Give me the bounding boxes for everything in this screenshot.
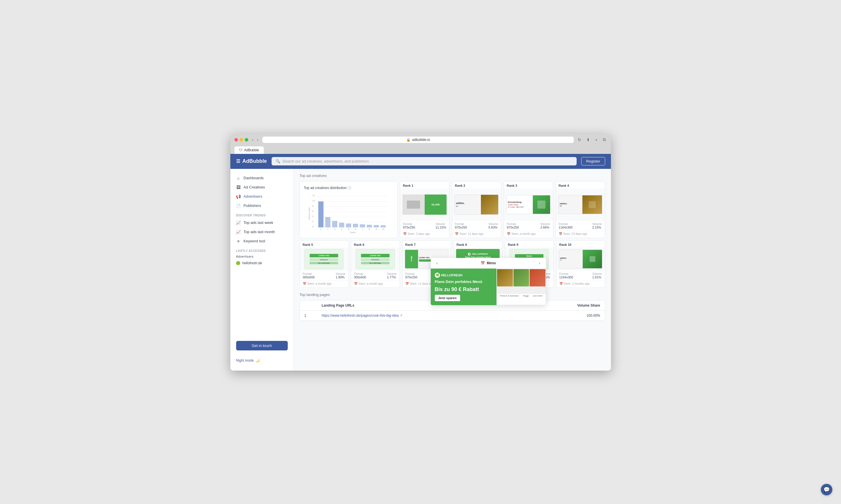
svg-rect-20 bbox=[353, 223, 358, 227]
ad-card-rank8[interactable]: Rank 8 🌿 HELLOFRESH Plane Dein perfektes… bbox=[454, 240, 503, 288]
calendar-icon: 📅 bbox=[559, 282, 563, 285]
sidebar-item-dashboards[interactable]: ⌂ Dashboards bbox=[230, 174, 294, 183]
seen-label: 📅 Seen: a month ago bbox=[504, 231, 553, 238]
calendar-icon: 📅 bbox=[455, 232, 458, 235]
list-icon: ≡ bbox=[236, 239, 241, 244]
search-placeholder: Search our ad creatives, advertisers, an… bbox=[283, 159, 369, 163]
traffic-light-green bbox=[245, 138, 248, 142]
main-content: Top ad creatives Top ad creatives distri… bbox=[294, 169, 611, 371]
moon-icon: 🌙 bbox=[256, 359, 260, 362]
rank-label: Rank 5 bbox=[300, 240, 348, 248]
popup-img-2 bbox=[513, 269, 529, 286]
calendar-icon: 📅 bbox=[303, 282, 306, 285]
info-icon[interactable]: ⓘ bbox=[348, 185, 351, 191]
rank-label: Rank 1 bbox=[400, 182, 449, 188]
svg-rect-15 bbox=[318, 201, 323, 227]
ad-meta: Format 300x600 Volume 1.77% bbox=[351, 271, 400, 281]
ad-image: Lecker neu entdecken Bis zu 90€ Rabatt bbox=[351, 248, 400, 271]
rank-label: Rank 2 bbox=[452, 182, 501, 188]
ad-meta: Format 970x250 Volume 5.83% bbox=[452, 221, 501, 231]
rank-label: Rank 7 bbox=[402, 240, 451, 248]
sidebar-item-publishers[interactable]: 📄 Publishers bbox=[230, 201, 294, 210]
svg-text:6: 6 bbox=[312, 210, 314, 212]
sidebar-item-advertisers[interactable]: 📢 Advertisers bbox=[230, 192, 294, 201]
traffic-light-yellow bbox=[240, 138, 243, 142]
sidebar-item-keyword-tool[interactable]: ≡ Keyword tool bbox=[230, 237, 294, 246]
popup-img-labels: Fleisch & Gemüse Veggi und mehr bbox=[497, 294, 545, 305]
seen-label: 📅 Seen: 2 months ago bbox=[557, 281, 605, 288]
popup-cta-button[interactable]: Jetzt sparen bbox=[435, 295, 460, 301]
reload-button[interactable]: ↻ bbox=[577, 137, 582, 143]
ad-image: zahlen. att bbox=[556, 188, 605, 221]
svg-rect-23 bbox=[374, 225, 379, 227]
svg-text:8: 8 bbox=[312, 204, 314, 207]
ad-card-rank2[interactable]: Rank 2 zahlen. att bbox=[452, 181, 501, 238]
ad-card-rank10[interactable]: Rank 10 zahlen. att bbox=[556, 240, 605, 288]
new-tab-button[interactable]: + bbox=[594, 137, 598, 143]
table-row: 1 https://www.hellofresh.de/pages/cook-t… bbox=[300, 311, 605, 321]
ad-card-rank1[interactable]: Rank 1 GLOW Format bbox=[400, 181, 450, 238]
svg-text:8: 8 bbox=[368, 228, 370, 231]
chat-bubble-button[interactable]: 💬 bbox=[821, 484, 833, 496]
landing-url-link[interactable]: https://www.hellofresh.de/pages/cook-thi… bbox=[322, 313, 554, 318]
sidebar-item-top-ads-week[interactable]: 📈 Top ads last week bbox=[230, 218, 294, 227]
get-in-touch-button[interactable]: Get in touch bbox=[236, 341, 288, 350]
calendar-icon: 📅 bbox=[405, 282, 409, 285]
popup-img-3 bbox=[530, 269, 545, 286]
ad-creative-image: GLOW bbox=[402, 195, 446, 215]
traffic-light-red bbox=[234, 138, 238, 142]
rank-label: Rank 4 bbox=[556, 182, 605, 188]
tab-title: AdBubble bbox=[244, 148, 259, 152]
svg-rect-16 bbox=[325, 217, 330, 227]
night-mode-toggle[interactable]: Night mode 🌙 bbox=[230, 355, 294, 366]
svg-text:4: 4 bbox=[341, 228, 342, 231]
search-bar[interactable]: 🔍 Search our ad creatives, advertisers, … bbox=[271, 157, 577, 165]
ad-image: Lecker neu entdecken Bis zu 90€ Rabatt bbox=[300, 248, 348, 271]
calendar-icon: 📅 bbox=[507, 232, 510, 235]
popup-next-button[interactable]: › bbox=[537, 260, 542, 266]
svg-text:7: 7 bbox=[362, 228, 363, 231]
rank-label: Rank 10 bbox=[557, 240, 605, 248]
svg-rect-21 bbox=[360, 224, 365, 227]
popup-content: 🌿 HELLOFRESH Plane Dein perfektes Menü B… bbox=[431, 269, 546, 305]
share-button[interactable]: ⬆ bbox=[585, 137, 591, 143]
address-bar[interactable]: 🔒 adbubble.io bbox=[262, 137, 574, 143]
svg-text:10: 10 bbox=[312, 199, 315, 202]
popup-headline: Plane Dein perfektes Menü bbox=[435, 280, 482, 284]
ad-meta: Format 970x250 Volume 2.66% bbox=[504, 221, 553, 231]
svg-rect-18 bbox=[339, 222, 344, 227]
ad-card-rank4[interactable]: Rank 4 zahlen. att bbox=[556, 181, 605, 238]
back-button[interactable]: ‹ bbox=[251, 137, 255, 143]
discover-section-label: DISCOVER TRENDS bbox=[230, 210, 294, 218]
lastly-item-hellofresh[interactable]: hellofresh.de bbox=[230, 259, 294, 267]
svg-rect-24 bbox=[381, 225, 386, 227]
row-num: 1 bbox=[304, 313, 322, 318]
calendar-icon-popup: 📅 bbox=[480, 261, 485, 265]
menu-popup: ‹ 📅 Menu › 🌿 bbox=[431, 258, 546, 305]
sidebar-item-ad-creatives[interactable]: 🖼 Ad Creatives bbox=[230, 183, 294, 192]
svg-text:Rank: Rank bbox=[350, 231, 356, 234]
active-tab[interactable]: 🛡 AdBubble bbox=[234, 146, 264, 154]
ad-card-rank5[interactable]: Rank 5 Lecker neu entdecken Bis zu 90€ R… bbox=[300, 240, 349, 288]
lock-icon: 🔒 bbox=[406, 138, 410, 142]
popup-prev-button[interactable]: ‹ bbox=[435, 260, 440, 266]
image-icon: 🖼 bbox=[236, 185, 241, 190]
seen-label: 📅 Seen: 2 days ago bbox=[400, 231, 449, 238]
forward-button[interactable]: › bbox=[256, 137, 260, 143]
ad-meta: Format 1164x300 Volume 1.01% bbox=[557, 271, 605, 281]
svg-text:2: 2 bbox=[312, 220, 314, 223]
svg-text:1: 1 bbox=[320, 228, 321, 231]
hamburger-icon[interactable]: ☰ bbox=[236, 159, 240, 164]
svg-text:6: 6 bbox=[355, 228, 356, 231]
ad-card-rank6[interactable]: Rank 6 Lecker neu entdecken Bis zu 90€ R… bbox=[351, 240, 400, 288]
ad-card-rank3[interactable]: Rank 3 Schulanfang 100€ Rabi m Code: NEU… bbox=[504, 181, 553, 238]
nav-logo: ☰ AdBubble bbox=[236, 158, 267, 164]
trend-icon: 📈 bbox=[236, 220, 241, 225]
chat-icon: 💬 bbox=[823, 486, 830, 493]
chart-title: Top ad creatives distribution ⓘ bbox=[304, 185, 393, 191]
register-button[interactable]: Register bbox=[581, 157, 605, 165]
col-num-header bbox=[304, 303, 322, 307]
sidebar-item-top-ads-month[interactable]: 📈 Top ads last month bbox=[230, 227, 294, 237]
tab-overview-button[interactable]: ⧉ bbox=[602, 137, 607, 143]
tab-icon: 🛡 bbox=[239, 148, 243, 152]
